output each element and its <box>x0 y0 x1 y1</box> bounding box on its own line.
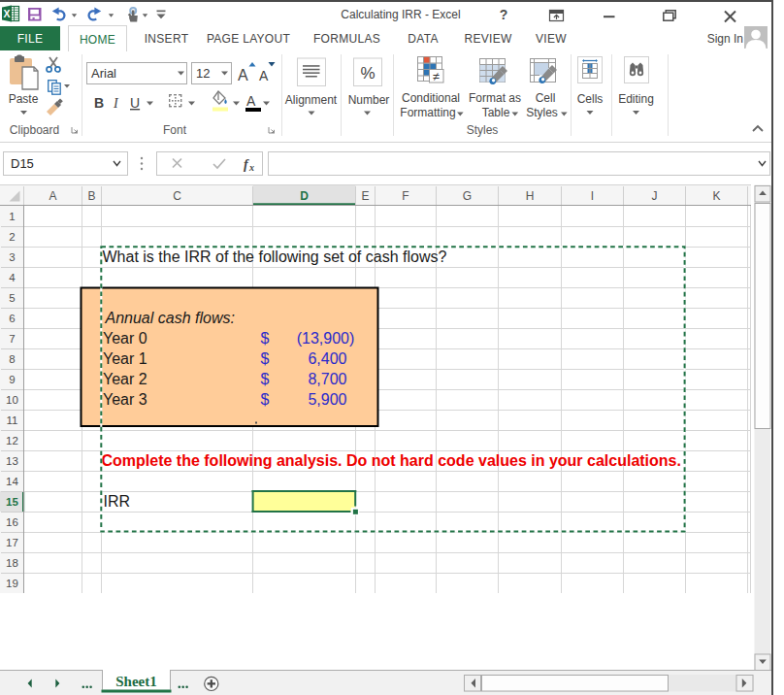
svg-text:What is the IRR of the followi: What is the IRR of the following set of … <box>103 248 447 265</box>
svg-text:12: 12 <box>6 435 18 447</box>
svg-text:8: 8 <box>9 353 15 365</box>
svg-text:Cell: Cell <box>536 91 556 105</box>
svg-text:F: F <box>402 189 408 203</box>
svg-text:5: 5 <box>9 292 15 304</box>
svg-text:X: X <box>3 8 10 19</box>
svg-text:6: 6 <box>9 313 15 324</box>
svg-text:19: 19 <box>6 578 18 589</box>
svg-text:15: 15 <box>6 496 18 508</box>
svg-text:Styles: Styles <box>467 123 499 137</box>
svg-text:?: ? <box>500 7 508 22</box>
svg-text:8,700: 8,700 <box>308 371 346 387</box>
svg-text:A: A <box>238 67 248 83</box>
svg-text:4: 4 <box>9 272 16 283</box>
svg-text:Alignment: Alignment <box>285 93 338 107</box>
svg-text:5,900: 5,900 <box>308 391 346 408</box>
svg-text:E: E <box>361 189 369 203</box>
svg-text:10: 10 <box>6 394 18 406</box>
svg-text:2: 2 <box>9 231 15 243</box>
svg-text:Conditional: Conditional <box>402 91 460 105</box>
svg-text:6,400: 6,400 <box>308 350 346 367</box>
svg-text:D15: D15 <box>11 156 34 171</box>
svg-text:Formatting: Formatting <box>400 106 455 119</box>
svg-text:Format as: Format as <box>469 91 521 105</box>
svg-text:A: A <box>246 93 256 109</box>
svg-text:14: 14 <box>6 476 18 487</box>
svg-text:U: U <box>130 95 140 111</box>
svg-text:3: 3 <box>9 251 15 263</box>
svg-text:17: 17 <box>6 537 18 548</box>
svg-text:Clipboard: Clipboard <box>10 123 59 137</box>
svg-text:(13,900): (13,900) <box>297 330 355 347</box>
svg-text:12: 12 <box>196 66 210 81</box>
svg-text:A: A <box>259 68 269 83</box>
svg-text:Number: Number <box>348 93 390 107</box>
svg-text:%: % <box>360 64 375 83</box>
svg-text:H: H <box>526 189 535 203</box>
svg-text:13: 13 <box>6 455 18 467</box>
svg-text:≠: ≠ <box>433 70 440 83</box>
svg-text:IRR: IRR <box>104 493 131 510</box>
svg-text:7: 7 <box>9 333 15 345</box>
svg-text:Styles: Styles <box>526 106 558 119</box>
svg-text:16: 16 <box>6 516 18 528</box>
svg-text:$: $ <box>261 330 270 347</box>
svg-text:Year 3: Year 3 <box>103 391 147 408</box>
svg-text:Year 2: Year 2 <box>103 371 147 387</box>
svg-text:Annual cash flows:: Annual cash flows: <box>105 310 235 326</box>
svg-text:18: 18 <box>6 557 18 569</box>
svg-text:Paste: Paste <box>9 92 39 106</box>
svg-text:I: I <box>591 189 594 203</box>
svg-text:C: C <box>173 189 181 203</box>
svg-text:G: G <box>463 189 472 203</box>
svg-text:11: 11 <box>7 414 18 426</box>
svg-text:$: $ <box>261 371 270 387</box>
svg-text:Arial: Arial <box>91 66 116 81</box>
svg-text:$: $ <box>261 391 270 408</box>
svg-text:A: A <box>49 189 56 203</box>
svg-text:J: J <box>652 189 658 203</box>
svg-text:Table: Table <box>482 106 510 119</box>
svg-text:K: K <box>712 189 720 203</box>
svg-text:B: B <box>87 189 95 203</box>
svg-text:Cells: Cells <box>577 92 604 106</box>
svg-text:I: I <box>113 96 119 111</box>
svg-text:Editing: Editing <box>618 92 654 106</box>
svg-text:Year 1: Year 1 <box>103 350 147 367</box>
svg-text:Sheet1: Sheet1 <box>115 674 157 689</box>
svg-text:Year 0: Year 0 <box>103 330 147 347</box>
svg-text:Font: Font <box>163 123 187 137</box>
svg-text:Complete the following analysi: Complete the following analysis. Do not … <box>102 452 681 469</box>
svg-text:9: 9 <box>9 374 15 385</box>
svg-text:1: 1 <box>9 211 15 222</box>
svg-text:$: $ <box>261 350 270 367</box>
svg-text:Calculating IRR - Excel: Calculating IRR - Excel <box>341 8 460 21</box>
svg-text:B: B <box>94 95 104 111</box>
svg-text:D: D <box>300 189 309 203</box>
svg-text:x: x <box>248 162 254 173</box>
